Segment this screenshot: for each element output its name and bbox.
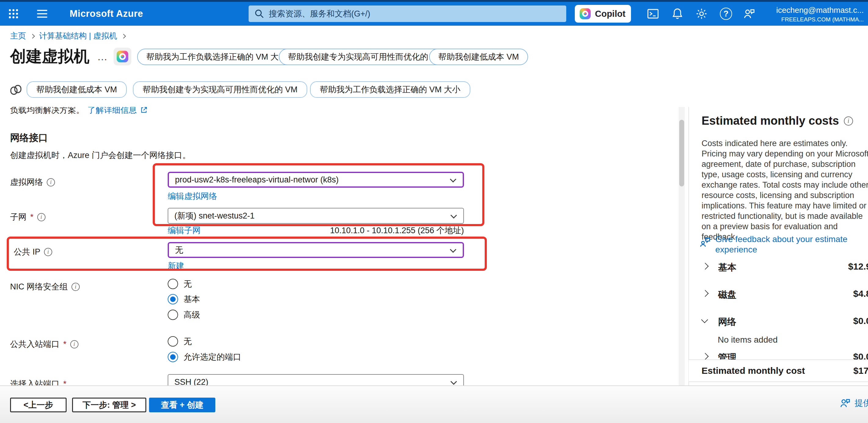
- account-name: icecheng@mathmast.c...: [776, 5, 864, 15]
- copilot-suggestion-chip[interactable]: 帮助我创建低成本 VM: [27, 81, 127, 98]
- vnet-dropdown[interactable]: prod-usw2-k8s-freeleaps-virtual-networ (…: [168, 172, 464, 188]
- next-step-button[interactable]: 下一步: 管理 >: [72, 398, 146, 412]
- chevron-right-icon: [702, 353, 709, 360]
- radio-icon[interactable]: [168, 279, 178, 289]
- nsg-option-advanced[interactable]: 高级: [168, 309, 200, 320]
- feedback-icon[interactable]: [741, 2, 757, 26]
- copilot-button-label: Copilot: [595, 9, 625, 19]
- notifications-bell-icon[interactable]: [670, 2, 685, 26]
- edit-subnet-link[interactable]: 编辑子网: [168, 225, 201, 236]
- cost-total-label: Estimated monthly cost: [702, 366, 805, 376]
- cost-panel-title: Estimated monthly costs: [702, 114, 839, 128]
- hamburger-menu-icon[interactable]: [33, 2, 51, 26]
- info-icon[interactable]: i: [47, 178, 55, 187]
- required-asterisk: *: [30, 213, 34, 222]
- info-icon[interactable]: i: [44, 248, 52, 256]
- review-create-button[interactable]: 查看 + 创建: [149, 398, 215, 412]
- vnet-value: prod-usw2-k8s-freeleaps-virtual-networ (…: [175, 175, 339, 185]
- breadcrumb-section[interactable]: 计算基础结构 | 虚拟机: [39, 31, 117, 41]
- info-icon[interactable]: i: [37, 213, 45, 221]
- learn-more-link[interactable]: 了解详细信息: [87, 107, 137, 115]
- window-edge: [0, 0, 868, 2]
- radio-icon[interactable]: [168, 310, 178, 320]
- cost-price: $0.0: [853, 316, 868, 326]
- radio-selected-icon[interactable]: [168, 352, 178, 362]
- chevron-down-icon: [701, 316, 708, 323]
- info-icon[interactable]: i: [70, 340, 79, 348]
- info-icon[interactable]: i: [71, 283, 80, 291]
- copilot-suggestion-chip[interactable]: 帮助我创建专为实现高可用性而优化的 VM: [279, 49, 452, 65]
- nsg-option-basic[interactable]: 基本: [168, 294, 200, 305]
- chevron-down-icon: [451, 378, 457, 385]
- load-balancer-text: 负载均衡解决方案。: [10, 107, 84, 115]
- cost-total-price: $17: [853, 366, 868, 376]
- radio-selected-icon[interactable]: [168, 294, 178, 304]
- footer-feedback-label: 提供: [855, 397, 868, 409]
- vnet-label: 虚拟网络 i: [10, 177, 55, 188]
- cost-row-disk[interactable]: 磁盘 $4.8: [702, 288, 868, 301]
- external-link-icon: [140, 107, 148, 114]
- chevron-right-icon: [30, 34, 35, 39]
- subnet-dropdown[interactable]: (新项) snet-westus2-1: [168, 208, 464, 224]
- help-glyph: ?: [720, 8, 732, 20]
- cloud-shell-icon[interactable]: [645, 2, 661, 26]
- scrolled-text-line: 负载均衡解决方案。 了解详细信息: [10, 107, 242, 117]
- chevron-down-icon: [450, 246, 456, 253]
- public-ip-dropdown[interactable]: 无: [168, 242, 464, 258]
- account-tenant: FREELEAPS.COM (MATHMA...: [776, 16, 864, 23]
- account-info[interactable]: icecheng@mathmast.c... FREELEAPS.COM (MA…: [776, 5, 864, 23]
- cost-row-management[interactable]: 管理 $0.0: [702, 351, 868, 360]
- info-icon[interactable]: i: [844, 116, 853, 125]
- subnet-value: (新项) snet-westus2-1: [175, 210, 255, 221]
- previous-step-button[interactable]: <上一步: [10, 398, 67, 412]
- cost-price: $12.9: [848, 261, 868, 272]
- help-icon[interactable]: ?: [718, 2, 734, 26]
- copilot-tile-button[interactable]: [114, 48, 131, 65]
- feedback-chat-icon: [700, 236, 712, 249]
- subnet-label: 子网 * i: [10, 212, 45, 223]
- azure-portal-page: Microsoft Azure Copilot ? icecheng@mat: [0, 0, 868, 423]
- copilot-suggestion-chip[interactable]: 帮助我创建专为实现高可用性而优化的 VM: [133, 81, 307, 98]
- edit-vnet-link[interactable]: 编辑虚拟网络: [168, 191, 217, 202]
- chevron-right-icon: [702, 263, 709, 270]
- estimate-feedback-link[interactable]: Give feedback about your estimate experi…: [700, 234, 864, 255]
- app-launcher-icon[interactable]: [5, 2, 21, 26]
- breadcrumb: 主页 计算基础结构 | 虚拟机: [10, 31, 125, 41]
- inbound-option-none[interactable]: 无: [168, 336, 192, 347]
- chevron-down-icon: [451, 212, 457, 219]
- inbound-option-allow-selected[interactable]: 允许选定的端口: [168, 351, 241, 363]
- global-search[interactable]: [249, 5, 566, 22]
- create-new-ip-link[interactable]: 新建: [168, 260, 184, 272]
- cost-row-basic[interactable]: 基本 $12.9: [702, 261, 868, 274]
- copilot-icon: [117, 51, 128, 62]
- chevron-right-icon: [121, 34, 126, 39]
- public-ip-value: 无: [175, 245, 183, 255]
- breadcrumb-home[interactable]: 主页: [10, 31, 26, 41]
- search-input[interactable]: [269, 9, 561, 19]
- cost-row-network[interactable]: 网络 $0.0: [702, 316, 868, 328]
- chevron-down-icon: [450, 176, 456, 182]
- footer-feedback-link[interactable]: 提供: [839, 397, 868, 409]
- inbound-ports-label: 公共入站端口 * i: [10, 339, 79, 350]
- feedback-chat-icon: [839, 397, 851, 409]
- copilot-suggestion-chip[interactable]: 帮助我为工作负载选择正确的 VM 大小: [137, 49, 296, 65]
- brand-title[interactable]: Microsoft Azure: [70, 2, 143, 26]
- search-icon: [254, 8, 265, 19]
- settings-gear-icon[interactable]: [693, 2, 710, 26]
- subnet-ip-range: 10.10.1.0 - 10.10.1.255 (256 个地址): [330, 225, 464, 236]
- cost-total-bar: Estimated monthly cost $17: [689, 360, 868, 382]
- nsg-label: NIC 网络安全组 i: [10, 281, 80, 292]
- public-ip-label: 公共 IP i: [14, 246, 52, 257]
- subnet-meta-row: 编辑子网 10.10.1.0 - 10.10.1.255 (256 个地址): [168, 225, 464, 236]
- nsg-option-none[interactable]: 无: [168, 278, 192, 289]
- cost-price: $4.8: [853, 288, 868, 299]
- scrollbar-thumb[interactable]: [679, 120, 684, 187]
- copilot-button[interactable]: Copilot: [575, 5, 631, 23]
- more-actions-button[interactable]: …: [97, 51, 108, 63]
- radio-icon[interactable]: [168, 336, 178, 346]
- section-description: 创建虚拟机时，Azure 门户会创建一个网络接口。: [10, 150, 191, 161]
- copilot-icon: [580, 8, 591, 19]
- copilot-suggestion-chip[interactable]: 帮助我为工作负载选择正确的 VM 大小: [310, 81, 470, 98]
- cost-price: $0.0: [853, 351, 868, 360]
- copilot-suggestion-chip[interactable]: 帮助我创建低成本 VM: [429, 49, 528, 65]
